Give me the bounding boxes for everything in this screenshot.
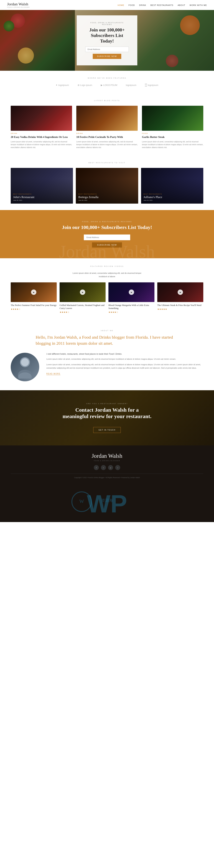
subscribe-button[interactable]: Subscribe Now — [92, 242, 122, 248]
blog-card-2: Drink 10 Festive Pride Cocktails To Part… — [76, 106, 138, 149]
about-tagline: I visit different hotels, restaurants, s… — [46, 353, 203, 355]
logo-item-4: logoipsum — [126, 84, 136, 87]
footer-copyright: Copyright © 2022 • Food & Drinks Blogger… — [11, 477, 203, 478]
about-label: About Me — [11, 330, 203, 332]
blog-cat-2: Drink — [76, 132, 138, 134]
video-play-1[interactable] — [31, 289, 36, 295]
restaurants-section: Best Restaurants To Visit Best Restauran… — [0, 155, 214, 210]
nav-best-restaurants[interactable]: Best Restaurants — [150, 4, 173, 6]
cta-section: Are You a Restaurant Owner? Contact Jord… — [0, 390, 214, 445]
blog-image-2 — [76, 106, 138, 131]
svg-text:资源海: 资源海 — [101, 498, 113, 503]
hero-email-input[interactable] — [85, 46, 129, 52]
videos-section: Featured Review Videos Lorem ipsum dolor… — [0, 258, 214, 321]
blog-title-2[interactable]: 10 Festive Pride Cocktails To Party With — [76, 135, 138, 139]
videos-intro: Lorem ipsum dolor sit amet, consectetur … — [70, 272, 144, 278]
blog-image-3 — [142, 106, 203, 131]
video-thumb-2[interactable] — [60, 282, 106, 302]
blog-card-3: Food Garlic-Butter Steak Lorem ipsum dol… — [142, 106, 203, 149]
about-para-2: Lorem ipsum dolor sit amet, consectetur … — [46, 363, 203, 370]
restaurant-content-2: Best Restaurants Bottega Zemalla June 28… — [76, 191, 138, 204]
subscribe-title: Join our 100,000+ Subscribers List Today… — [7, 224, 207, 230]
blog-card-1: Drink 20 Easy Vodka Drinks With 4 Ingred… — [11, 106, 72, 149]
hero-deco-tomato2 — [166, 55, 178, 67]
video-thumb-3[interactable] — [108, 282, 154, 302]
blog-cat-3: Food — [142, 132, 203, 134]
video-thumb-4[interactable] — [157, 282, 203, 302]
restaurants-label: Best Restaurants To Visit — [11, 162, 203, 164]
subscribe-section: Jordan Walsh Food, Drink & Restaurants R… — [0, 210, 214, 258]
nav-food[interactable]: Food — [129, 4, 135, 6]
blog-text-3: Lorem ipsum dolor sit amet, consectetur … — [142, 141, 203, 149]
video-stars-3: ★★★★☆ — [108, 311, 154, 314]
wp-watermark: WP 资源海 W — [0, 482, 214, 522]
restaurant-date-2: June 28, 2021 — [78, 199, 136, 201]
blog-text-1: Lorem ipsum dolor sit amet, consectetur … — [11, 141, 72, 149]
social-facebook[interactable]: f — [94, 465, 99, 470]
video-play-4[interactable] — [178, 289, 183, 295]
restaurant-content-3: Best Restaurants Julliano's Place June 2… — [141, 191, 203, 204]
restaurant-card-2[interactable]: Best Restaurants Bottega Zemalla June 28… — [76, 168, 138, 204]
cta-button[interactable]: Get In Touch — [93, 427, 120, 433]
footer: Jordan Walsh Food & Drinks Blogger f t p… — [0, 445, 214, 482]
hero-deco-lemon — [18, 48, 34, 64]
svg-point-2 — [21, 358, 29, 366]
logo-icon-3: ▶ — [101, 84, 103, 87]
hero-title: Join our 100,000+ Subscribers List Today… — [85, 27, 129, 44]
logo-item-5: ■■■■ logoipsum — [145, 83, 158, 87]
hero-card: Food, Drink & Restaurants Reviews Join o… — [77, 16, 137, 66]
footer-bottom: Copyright © 2022 • Food & Drinks Blogger… — [11, 474, 203, 478]
restaurants-grid: Best Restaurants John's Restaurant June … — [11, 168, 203, 204]
blog-cat-1: Drink — [11, 132, 72, 134]
footer-logo: Jordan Walsh — [11, 453, 203, 459]
blog-title-3[interactable]: Garlic-Butter Steak — [142, 135, 203, 139]
nav-drink[interactable]: Drink — [139, 4, 146, 6]
logo-text-2: Logo ipsum — [80, 84, 92, 87]
logo-text-4: logoipsum — [126, 84, 136, 87]
restaurant-card-1[interactable]: Best Restaurants John's Restaurant June … — [11, 168, 73, 204]
blog-title-1[interactable]: 20 Easy Vodka Drinks With 4 Ingredients … — [11, 135, 72, 139]
video-card-2: Grilled Marinated Carrots, Strained Yogh… — [60, 282, 106, 314]
featured-section: Where We've Been Featured ✦ logoipsum ⊗ … — [0, 71, 214, 93]
nav-work-with-me[interactable]: Work With Me — [189, 4, 207, 6]
wordpress-logo: WP 资源海 W — [71, 487, 143, 516]
blog-section: Latest Blog Posts Drink 20 Easy Vodka Dr… — [0, 93, 214, 155]
hero-subtitle: Food, Drink & Restaurants Reviews — [85, 22, 129, 25]
video-card-4: The Ultimate Steak & Fries Recipe You'll… — [157, 282, 203, 314]
subscribe-subtitle: Food, Drink & Restaurants Reviews — [7, 221, 207, 222]
video-card-1: The Perfect Summer Fruit Salad For your … — [11, 282, 57, 314]
about-intro: Hello, I'm Jordan Walsh, a Food and Drin… — [36, 334, 178, 346]
nav-home[interactable]: Home — [117, 4, 124, 6]
video-thumb-1[interactable] — [11, 282, 57, 302]
logo-item-3: ▶ LOGO:PSUM — [101, 84, 117, 87]
video-title-2: Grilled Marinated Carrots, Strained Yogh… — [60, 304, 106, 310]
videos-grid: The Perfect Summer Fruit Salad For your … — [11, 282, 203, 314]
logo-text-1: logoipsum — [58, 84, 69, 87]
svg-text:WP: WP — [87, 490, 127, 516]
restaurant-card-3[interactable]: Best Restaurants Julliano's Place June 2… — [141, 168, 203, 204]
navigation: Jordan Walsh Food & Drinks Blogger Home … — [0, 0, 214, 10]
blog-grid: Drink 20 Easy Vodka Drinks With 4 Ingred… — [11, 106, 203, 149]
logos-row: ✦ logoipsum ⊗ Logo ipsum ▶ LOGO:PSUM log… — [11, 83, 203, 87]
blog-image-1 — [11, 106, 72, 131]
video-title-4: The Ultimate Steak & Fries Recipe You'll… — [157, 304, 203, 307]
video-play-2[interactable] — [80, 289, 85, 295]
video-play-3[interactable] — [129, 289, 134, 295]
cta-subtitle: Are You a Restaurant Owner? — [11, 403, 203, 405]
logo-item-2: ⊗ Logo ipsum — [78, 84, 92, 87]
social-pinterest[interactable]: p — [108, 465, 113, 470]
nav-about[interactable]: About — [178, 4, 185, 6]
video-title-3: Blood Orange Margarita With a Little Ext… — [108, 304, 154, 310]
blog-label: Latest Blog Posts — [11, 100, 203, 101]
nav-logo: Jordan Walsh Food & Drinks Blogger — [7, 2, 30, 8]
hero-deco-lime — [4, 21, 14, 31]
about-avatar — [11, 353, 39, 381]
logo-text: Jordan Walsh — [7, 2, 28, 6]
about-read-more[interactable]: Read More — [46, 373, 61, 375]
logo-sub: Food & Drinks Blogger — [7, 6, 30, 8]
social-instagram[interactable]: i — [115, 465, 120, 470]
avatar-silhouette — [16, 355, 34, 379]
subscribe-email-input[interactable] — [84, 235, 130, 240]
social-twitter[interactable]: t — [101, 465, 106, 470]
hero-subscribe-button[interactable]: Subscribe Now — [93, 54, 121, 59]
